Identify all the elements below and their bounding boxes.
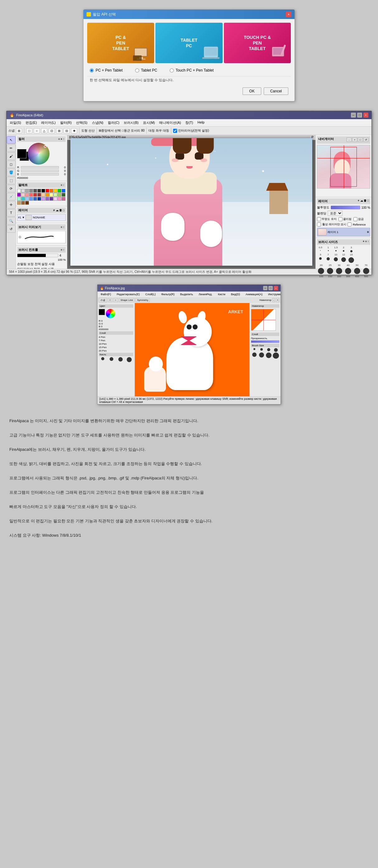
size-dot-70[interactable] bbox=[363, 268, 369, 274]
nav-rotate[interactable]: ↺ bbox=[364, 137, 368, 142]
toolbar-snap-btn[interactable]: ⊞ bbox=[16, 128, 22, 133]
app2-size-dot-7[interactable] bbox=[266, 352, 271, 358]
palette-color-tan[interactable] bbox=[17, 201, 21, 205]
menu-filter[interactable]: 필터(R) bbox=[58, 120, 74, 126]
blend-dropdown[interactable]: 표준 bbox=[327, 211, 343, 216]
app2-opacity-bar[interactable] bbox=[251, 340, 279, 343]
size-dot-20[interactable] bbox=[318, 268, 324, 274]
palette-color-4[interactable] bbox=[33, 189, 37, 193]
palette-color-lime-light[interactable] bbox=[54, 193, 57, 197]
app2-min-btn[interactable]: ─ bbox=[263, 286, 267, 290]
app2-nav-zoom-out[interactable]: - bbox=[272, 298, 275, 302]
palette-color-teal[interactable] bbox=[21, 197, 25, 201]
menu-file[interactable]: 파일(S) bbox=[8, 120, 23, 126]
menu-color[interactable]: 컬러(C) bbox=[106, 120, 121, 126]
nav-fit[interactable]: □ bbox=[358, 137, 363, 142]
nav-zoom-in[interactable]: + bbox=[352, 137, 357, 142]
radio-touch-tablet[interactable]: Touch PC + Pen Tablet bbox=[170, 68, 213, 72]
app2-brush-dot-2[interactable] bbox=[110, 357, 113, 361]
app2-size-dot-4[interactable] bbox=[274, 348, 278, 352]
app2-brush-dot-3[interactable] bbox=[118, 357, 123, 362]
palette-color-red[interactable] bbox=[46, 189, 49, 193]
toolbar-btn-6[interactable]: ⊟ bbox=[63, 128, 70, 133]
palette-color-5[interactable] bbox=[37, 189, 41, 193]
palette-color-white[interactable] bbox=[17, 189, 21, 193]
tool-text[interactable]: T bbox=[7, 209, 16, 217]
toolbar-btn-3[interactable]: △ bbox=[41, 128, 47, 133]
radio-pc-tablet[interactable]: PC + Pen Tablet bbox=[90, 68, 123, 72]
app2-color-wheel[interactable] bbox=[106, 309, 115, 318]
antialias-checkbox[interactable] bbox=[173, 129, 177, 133]
lock-input[interactable] bbox=[353, 217, 357, 221]
radio-tablet-pc[interactable]: Tablet PC bbox=[135, 68, 157, 72]
app2-menu-view[interactable]: Вид(D) bbox=[229, 292, 242, 297]
palette-color-green[interactable] bbox=[58, 189, 61, 193]
size-dot-12[interactable] bbox=[341, 257, 346, 262]
radio-tablet-pc-input[interactable] bbox=[135, 68, 139, 72]
app2-menu-layer[interactable]: Слой(L) bbox=[144, 292, 157, 297]
palette-color-pink[interactable] bbox=[25, 193, 29, 197]
app2-menu-brush[interactable]: Кисти bbox=[216, 292, 227, 297]
app2-menu-edit[interactable]: Редактировать(E) bbox=[115, 292, 142, 297]
app2-canvas[interactable]: ARKET bbox=[135, 303, 250, 396]
menu-select[interactable]: 선택(S) bbox=[74, 120, 89, 126]
toolbar-btn-5[interactable]: ⊞ bbox=[56, 128, 62, 133]
palette-color-salmon[interactable] bbox=[29, 193, 33, 197]
palette-color-violet[interactable] bbox=[46, 197, 49, 201]
checkbox-lock[interactable]: 잠금 bbox=[353, 217, 364, 221]
app2-menu-select[interactable]: Выделить bbox=[178, 292, 195, 297]
size-dot-3[interactable] bbox=[350, 250, 352, 252]
app2-menu-tools[interactable]: Инструменты bbox=[266, 292, 281, 297]
app2-menu-anim[interactable]: Анимация(A) bbox=[244, 292, 264, 297]
menu-layer[interactable]: 레이어(L) bbox=[39, 120, 57, 126]
app2-tb-symmetry[interactable]: Symmetry bbox=[136, 298, 150, 302]
pc-tablet-image[interactable]: PC &PENTABLET bbox=[87, 23, 154, 63]
palette-color-yellow-light[interactable] bbox=[50, 193, 53, 197]
palette-color-olive[interactable] bbox=[58, 193, 61, 197]
palette-color-orchid[interactable] bbox=[54, 197, 57, 201]
size-dot-40[interactable] bbox=[345, 268, 351, 274]
layer-row-1[interactable]: #1 ▼ NONAME bbox=[17, 214, 66, 221]
palette-color-purple[interactable] bbox=[17, 193, 21, 197]
palette-color-navy[interactable] bbox=[37, 197, 41, 201]
cancel-button[interactable]: Cancel bbox=[264, 87, 288, 95]
menu-view[interactable]: 표시(M) bbox=[141, 120, 157, 126]
app2-tb-shape[interactable]: Shape Line bbox=[119, 298, 135, 302]
tool-fill[interactable]: 🪣 bbox=[7, 168, 16, 176]
palette-color-orange[interactable] bbox=[50, 189, 53, 193]
palette-color-peach[interactable] bbox=[41, 193, 45, 197]
tablet-image[interactable]: TABLETPC bbox=[155, 23, 222, 63]
palette-color-lavender[interactable] bbox=[41, 197, 45, 201]
app2-nav-zoom-in[interactable]: + bbox=[276, 298, 279, 302]
layer-entry-1[interactable]: 레이어 1 ❄ bbox=[317, 228, 370, 237]
dialog-close-button[interactable]: × bbox=[286, 11, 291, 17]
app2-size-dot-5[interactable] bbox=[252, 352, 257, 357]
app2-size-dot-2[interactable] bbox=[260, 348, 263, 351]
palette-color-hot-pink[interactable] bbox=[58, 197, 61, 201]
color-wheel[interactable] bbox=[28, 143, 50, 164]
palette-color-dark-red[interactable] bbox=[33, 193, 37, 197]
size-dot-5[interactable] bbox=[319, 257, 322, 260]
palette-color-royal-blue[interactable] bbox=[33, 197, 37, 201]
palette-color-yellow[interactable] bbox=[54, 189, 57, 193]
app2-size-dot-8[interactable] bbox=[273, 352, 279, 359]
app2-menu-lineedit[interactable]: ЛинияРед. bbox=[197, 292, 214, 297]
clipping-input[interactable] bbox=[339, 217, 343, 221]
color-wheel-container[interactable] bbox=[28, 143, 50, 164]
toolbar-btn-2[interactable]: ○ bbox=[34, 128, 40, 133]
close-button[interactable]: × bbox=[364, 113, 368, 118]
size-dot-10[interactable] bbox=[334, 257, 338, 261]
app2-tb-snap[interactable]: 스냅 bbox=[99, 298, 107, 302]
maximize-button[interactable]: □ bbox=[357, 113, 362, 118]
size-dot-05[interactable] bbox=[320, 250, 321, 251]
palette-color-3[interactable] bbox=[29, 189, 33, 193]
palette-color-sky[interactable] bbox=[25, 197, 29, 201]
tool-move[interactable]: ✛ bbox=[7, 201, 16, 209]
menu-help[interactable]: Help bbox=[196, 120, 206, 126]
tool-eyedrop[interactable]: 💉 bbox=[7, 193, 16, 200]
menu-edit[interactable]: 편집(E) bbox=[24, 120, 39, 126]
navigator-preview[interactable] bbox=[317, 145, 370, 189]
palette-color-blue[interactable] bbox=[62, 189, 65, 193]
tool-pen[interactable]: ✏ bbox=[7, 144, 16, 152]
touch-image[interactable]: TOUCH PC &PENTABLET bbox=[224, 23, 291, 63]
